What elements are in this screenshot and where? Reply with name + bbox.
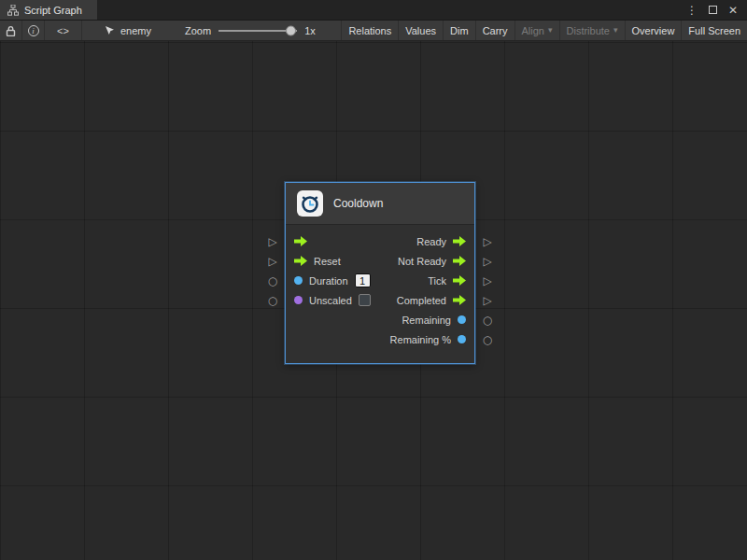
graph-toolbar: i <> enemy Zoom 1x Relations Values Dim … (0, 21, 747, 41)
not-ready-port-icon[interactable] (453, 256, 466, 266)
full-screen-button[interactable]: Full Screen (681, 21, 747, 40)
flow-stub-icon[interactable]: ▷ (480, 236, 495, 247)
info-button[interactable]: i (22, 21, 45, 40)
port-label: Unscaled (309, 295, 352, 306)
align-button: Align ▾ (514, 21, 559, 40)
value-stub-icon[interactable]: ○ (480, 334, 495, 345)
port-row-ready[interactable]: Ready ▷ (390, 231, 466, 251)
flow-stub-icon[interactable]: ▷ (265, 256, 280, 267)
chevron-down-icon: ▾ (613, 26, 618, 35)
completed-port-icon[interactable] (453, 295, 466, 305)
port-label: Remaining % (390, 334, 451, 345)
relations-button[interactable]: Relations (341, 21, 398, 40)
flow-stub-icon[interactable]: ▷ (480, 295, 495, 306)
script-graph-icon (7, 5, 19, 16)
toolbar-left-group: i <> (0, 21, 82, 40)
cooldown-node[interactable]: Cooldown ▷ ▷ Reset ○ Duration (285, 182, 475, 364)
reset-port-icon[interactable] (294, 256, 307, 266)
dim-button[interactable]: Dim (443, 21, 475, 40)
port-label: Duration (309, 275, 348, 287)
overview-button[interactable]: Overview (625, 21, 682, 40)
node-body: ▷ ▷ Reset ○ Duration ○ (286, 225, 474, 363)
carry-button[interactable]: Carry (475, 21, 514, 40)
full-screen-label: Full Screen (688, 25, 740, 36)
port-label: Completed (397, 295, 446, 306)
port-label: Ready (416, 236, 446, 247)
graph-name: enemy (120, 25, 151, 36)
info-icon: i (28, 25, 39, 36)
tab-script-graph[interactable]: Script Graph (0, 0, 97, 20)
output-ports-column: Ready ▷ Not Ready ▷ Tick ▷ Completed (390, 231, 466, 349)
zoom-label: Zoom (185, 25, 211, 36)
window-menu-icon[interactable]: ⋮ (686, 4, 698, 17)
ready-port-icon[interactable] (453, 236, 466, 246)
relations-label: Relations (348, 25, 391, 36)
port-row-unscaled[interactable]: ○ Unscaled (294, 290, 371, 310)
lock-icon (6, 25, 16, 36)
tick-port-icon[interactable] (453, 275, 466, 286)
tab-label: Script Graph (24, 5, 82, 16)
window-titlebar: Script Graph ⋮ ✕ (0, 0, 747, 21)
zoom-control: Zoom 1x (185, 21, 316, 40)
port-row-remaining-percent[interactable]: Remaining % ○ (390, 329, 466, 349)
value-stub-icon[interactable]: ○ (265, 295, 280, 306)
cooldown-node-header[interactable]: Cooldown (286, 183, 474, 225)
overview-label: Overview (632, 25, 675, 36)
window-controls: ⋮ ✕ (686, 0, 747, 20)
close-icon[interactable]: ✕ (728, 4, 738, 17)
port-row-reset[interactable]: ▷ Reset (294, 251, 371, 271)
flow-stub-icon[interactable]: ▷ (265, 236, 280, 247)
code-icon: <> (57, 25, 69, 36)
code-view-button[interactable]: <> (45, 21, 82, 40)
carry-label: Carry (483, 25, 508, 36)
value-stub-icon[interactable]: ○ (265, 275, 280, 287)
unscaled-checkbox[interactable] (359, 294, 371, 306)
zoom-value: 1x (304, 25, 316, 36)
flow-stub-icon[interactable]: ▷ (480, 256, 495, 267)
toolbar-right-group: Relations Values Dim Carry Align ▾ Distr… (341, 21, 747, 40)
unscaled-port-icon[interactable] (294, 296, 303, 304)
align-label: Align (522, 25, 544, 36)
values-label: Values (405, 25, 436, 36)
lock-button[interactable] (0, 21, 22, 40)
flow-stub-icon[interactable]: ▷ (480, 275, 495, 287)
port-row-remaining[interactable]: Remaining ○ (390, 310, 466, 329)
values-button[interactable]: Values (398, 21, 443, 40)
port-label: Not Ready (398, 256, 446, 267)
remaining-percent-port-icon[interactable] (458, 335, 466, 343)
remaining-port-icon[interactable] (458, 315, 466, 324)
graph-canvas[interactable]: Cooldown ▷ ▷ Reset ○ Duration (0, 41, 747, 560)
port-label: Remaining (402, 315, 451, 326)
titlebar-spacer (97, 0, 686, 20)
port-row-tick[interactable]: Tick ▷ (390, 271, 466, 290)
chevron-down-icon: ▾ (548, 26, 553, 35)
input-ports-column: ▷ ▷ Reset ○ Duration ○ (294, 231, 371, 310)
distribute-button: Distribute ▾ (559, 21, 625, 40)
zoom-slider[interactable] (218, 30, 297, 32)
node-title: Cooldown (333, 197, 383, 210)
maximize-icon[interactable] (709, 6, 717, 14)
value-stub-icon[interactable]: ○ (480, 315, 495, 326)
duration-field[interactable] (355, 273, 371, 287)
port-row-duration[interactable]: ○ Duration (294, 271, 371, 290)
graph-pointer-icon (105, 25, 115, 35)
graph-breadcrumb[interactable]: enemy (95, 21, 161, 40)
duration-port-icon[interactable] (294, 276, 303, 285)
port-label: Tick (428, 275, 446, 287)
dim-label: Dim (450, 25, 469, 36)
port-row-not-ready[interactable]: Not Ready ▷ (390, 251, 466, 271)
port-row-flow-in[interactable]: ▷ (294, 231, 371, 251)
zoom-slider-knob[interactable] (286, 25, 296, 35)
distribute-label: Distribute (567, 25, 610, 36)
port-label: Reset (314, 256, 341, 267)
flow-in-port-icon[interactable] (294, 236, 307, 246)
alarm-clock-icon (297, 190, 323, 217)
port-row-completed[interactable]: Completed ▷ (390, 290, 466, 310)
